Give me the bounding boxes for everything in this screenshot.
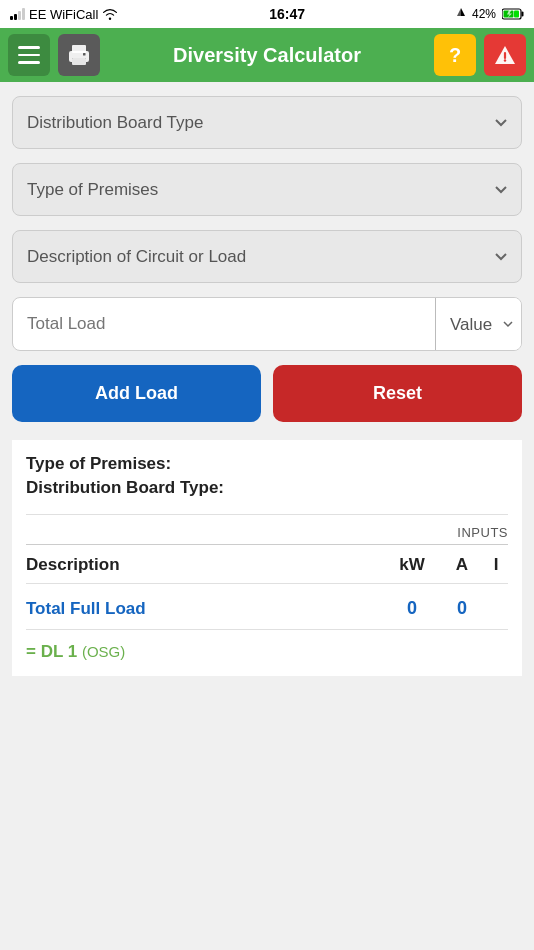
status-bar: EE WiFiCall 16:47 42%: [0, 0, 534, 28]
table-section: INPUTS Description kW A I Total Full Loa…: [26, 515, 508, 676]
dl-sub-label: (OSG): [82, 643, 125, 660]
type-of-premises-wrapper: Type of Premises: [12, 163, 522, 216]
signal-bar-2: [14, 14, 17, 20]
add-load-button[interactable]: Add Load: [12, 365, 261, 422]
help-button[interactable]: ?: [434, 34, 476, 76]
total-full-load-label: Total Full Load: [26, 599, 384, 619]
svg-rect-8: [83, 53, 86, 56]
svg-rect-7: [72, 58, 86, 65]
carrier-label: EE WiFiCall: [29, 7, 98, 22]
total-load-row: Value: [12, 297, 522, 351]
svg-point-9: [504, 59, 506, 61]
inputs-header: INPUTS: [26, 515, 508, 545]
premises-line-2: Distribution Board Type:: [26, 478, 508, 498]
wifi-icon: [102, 8, 118, 20]
premises-line-1: Type of Premises:: [26, 454, 508, 474]
description-wrapper: Description of Circuit or Load: [12, 230, 522, 283]
results-section: Type of Premises: Distribution Board Typ…: [12, 440, 522, 676]
alert-triangle-icon: [493, 44, 517, 66]
col-header-kw: kW: [384, 555, 440, 575]
battery-label: 42%: [472, 7, 496, 21]
col-header-extra: I: [484, 555, 508, 575]
status-bar-time: 16:47: [269, 6, 305, 22]
help-label: ?: [449, 44, 461, 67]
distribution-board-wrapper: Distribution Board Type: [12, 96, 522, 149]
total-load-input[interactable]: [13, 298, 435, 350]
signal-bar-4: [22, 8, 25, 20]
main-content: Distribution Board Type Type of Premises…: [0, 82, 534, 690]
battery-icon: [502, 8, 524, 20]
alert-button[interactable]: [484, 34, 526, 76]
dl-label: = DL 1: [26, 642, 77, 661]
table-column-headers: Description kW A I: [26, 545, 508, 584]
location-icon: [456, 8, 466, 21]
hamburger-icon: [18, 46, 40, 64]
description-select[interactable]: Description of Circuit or Load: [12, 230, 522, 283]
status-bar-right: 42%: [456, 7, 524, 21]
col-header-description: Description: [26, 555, 384, 575]
status-bar-left: EE WiFiCall: [10, 7, 118, 22]
premises-info: Type of Premises: Distribution Board Typ…: [26, 454, 508, 515]
total-full-load-row: Total Full Load 0 0: [26, 584, 508, 630]
signal-bar-1: [10, 16, 13, 20]
signal-bars-icon: [10, 8, 25, 20]
print-icon: [68, 45, 90, 65]
action-buttons: Add Load Reset: [12, 365, 522, 422]
app-title: Diversity Calculator: [108, 44, 426, 67]
value-select[interactable]: Value: [435, 298, 521, 350]
total-full-load-kw: 0: [384, 598, 440, 619]
menu-button[interactable]: [8, 34, 50, 76]
reset-button[interactable]: Reset: [273, 365, 522, 422]
total-full-load-a: 0: [440, 598, 484, 619]
dl-line: = DL 1 (OSG): [26, 630, 508, 676]
hamburger-line-3: [18, 61, 40, 64]
col-header-a: A: [440, 555, 484, 575]
print-button[interactable]: [58, 34, 100, 76]
top-nav: Diversity Calculator ?: [0, 28, 534, 82]
distribution-board-select[interactable]: Distribution Board Type: [12, 96, 522, 149]
svg-rect-1: [522, 12, 524, 17]
type-of-premises-select[interactable]: Type of Premises: [12, 163, 522, 216]
hamburger-line-1: [18, 46, 40, 49]
signal-bar-3: [18, 11, 21, 20]
hamburger-line-2: [18, 54, 40, 57]
svg-rect-3: [514, 11, 519, 18]
